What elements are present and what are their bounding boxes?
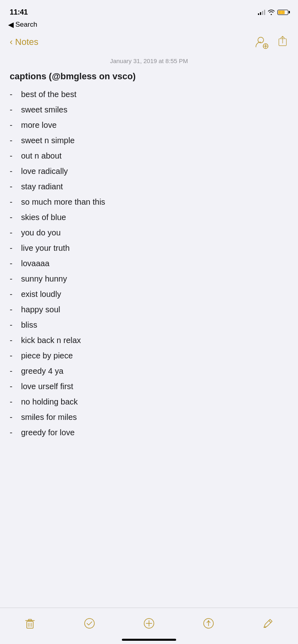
- list-item: -lovaaaa: [10, 256, 288, 271]
- list-item-text: greedy for love: [21, 427, 288, 438]
- list-item-text: sweet smiles: [21, 104, 288, 115]
- list-item-text: love radically: [21, 165, 288, 177]
- list-item: -you do you: [10, 225, 288, 240]
- status-icons: ⚡: [258, 9, 288, 15]
- list-item: -piece by piece: [10, 348, 288, 363]
- list-item-text: more love: [21, 119, 288, 131]
- list-dash: -: [10, 196, 21, 208]
- list-item: -skies of blue: [10, 210, 288, 225]
- list-item: -no holding back: [10, 394, 288, 409]
- signal-icon: [258, 9, 265, 15]
- list-item: -greedy for love: [10, 425, 288, 440]
- list-item: -happy soul: [10, 302, 288, 317]
- list-dash: -: [10, 181, 21, 192]
- list-item-text: skies of blue: [21, 212, 288, 223]
- list-item-text: no holding back: [21, 396, 288, 407]
- list-item-text: you do you: [21, 227, 288, 238]
- list-item: -so much more than this: [10, 194, 288, 210]
- list-item: -sunny hunny: [10, 271, 288, 286]
- list-dash: -: [10, 89, 21, 100]
- check-button[interactable]: [79, 614, 100, 632]
- list-item-text: so much more than this: [21, 196, 288, 208]
- note-content: captions (@bmgless on vsco) -best of the…: [0, 71, 298, 489]
- list-dash: -: [10, 365, 21, 377]
- list-item-text: kick back n relax: [21, 335, 288, 346]
- list-item-text: sunny hunny: [21, 273, 288, 284]
- chevron-left-nav-icon: ‹: [10, 37, 13, 47]
- list-dash: -: [10, 135, 21, 146]
- list-item: -live your truth: [10, 240, 288, 256]
- battery-icon: ⚡: [277, 10, 288, 15]
- list-item: -out n about: [10, 148, 288, 163]
- add-button[interactable]: [139, 614, 159, 632]
- list-item: -greedy 4 ya: [10, 363, 288, 379]
- chevron-left-icon: ◀: [8, 20, 14, 29]
- list-item-text: lovaaaa: [21, 258, 288, 269]
- list-item-text: exist loudly: [21, 288, 288, 300]
- home-indicator: [122, 639, 176, 641]
- share-button[interactable]: [277, 36, 288, 49]
- list-dash: -: [10, 212, 21, 223]
- list-item-text: smiles for miles: [21, 411, 288, 423]
- notes-back-button[interactable]: ‹ Notes: [10, 37, 38, 47]
- list-item: -stay radiant: [10, 179, 288, 194]
- list-dash: -: [10, 288, 21, 300]
- list-dash: -: [10, 350, 21, 361]
- svg-point-12: [85, 619, 94, 628]
- search-back-button[interactable]: ◀ Search: [8, 20, 37, 29]
- list-dash: -: [10, 242, 21, 254]
- list-item-text: bliss: [21, 319, 288, 330]
- svg-rect-8: [28, 619, 32, 621]
- list-item: -kick back n relax: [10, 333, 288, 348]
- list-item-text: piece by piece: [21, 350, 288, 361]
- list-dash: -: [10, 304, 21, 315]
- edit-button[interactable]: [258, 614, 278, 632]
- list-dash: -: [10, 258, 21, 269]
- list-item: -more love: [10, 117, 288, 133]
- list-item-text: love urself first: [21, 381, 288, 392]
- list-item: -exist loudly: [10, 286, 288, 302]
- list-item: -love radically: [10, 163, 288, 179]
- list-item: -sweet n simple: [10, 133, 288, 148]
- list-dash: -: [10, 227, 21, 238]
- search-back-label: Search: [15, 21, 37, 29]
- status-time: 11:41: [10, 8, 28, 17]
- list-dash: -: [10, 150, 21, 161]
- add-contact-button[interactable]: [254, 35, 269, 49]
- wifi-icon: [268, 9, 275, 15]
- note-list: -best of the best-sweet smiles-more love…: [10, 87, 288, 440]
- list-item-text: sweet n simple: [21, 135, 288, 146]
- list-dash: -: [10, 104, 21, 115]
- nav-back-label: Notes: [15, 37, 38, 47]
- list-dash: -: [10, 319, 21, 330]
- list-item: -love urself first: [10, 379, 288, 394]
- list-dash: -: [10, 273, 21, 284]
- list-item-text: out n about: [21, 150, 288, 161]
- search-nav: ◀ Search: [0, 20, 298, 31]
- list-item-text: best of the best: [21, 89, 288, 100]
- nav-actions: [254, 35, 288, 49]
- delete-button[interactable]: [20, 614, 40, 632]
- list-dash: -: [10, 119, 21, 131]
- list-item-text: greedy 4 ya: [21, 365, 288, 377]
- list-dash: -: [10, 165, 21, 177]
- list-item: -smiles for miles: [10, 409, 288, 425]
- note-date: January 31, 2019 at 8:55 PM: [0, 55, 298, 71]
- list-item: -best of the best: [10, 87, 288, 102]
- list-item-text: stay radiant: [21, 181, 288, 192]
- status-bar: 11:41 ⚡: [0, 0, 298, 20]
- list-item: -sweet smiles: [10, 102, 288, 117]
- list-dash: -: [10, 396, 21, 407]
- list-dash: -: [10, 381, 21, 392]
- list-dash: -: [10, 427, 21, 438]
- nav-bar: ‹ Notes: [0, 31, 298, 55]
- list-item-text: happy soul: [21, 304, 288, 315]
- list-dash: -: [10, 335, 21, 346]
- search-toolbar-button[interactable]: [198, 614, 219, 632]
- list-dash: -: [10, 411, 21, 423]
- note-title: captions (@bmgless on vsco): [10, 71, 288, 83]
- svg-line-19: [269, 621, 271, 623]
- list-item: -bliss: [10, 317, 288, 333]
- list-item-text: live your truth: [21, 242, 288, 254]
